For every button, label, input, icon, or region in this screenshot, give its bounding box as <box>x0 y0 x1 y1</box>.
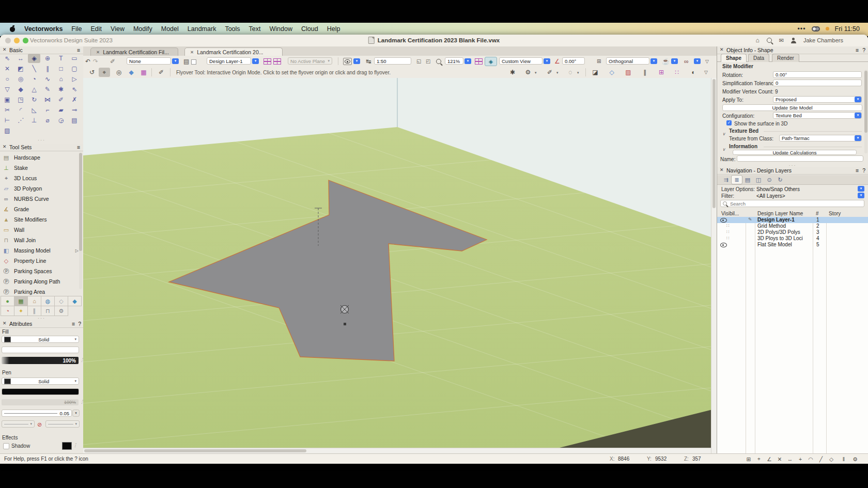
pause-snapping-icon[interactable]: ‖ <box>839 455 848 463</box>
hidden-layer-icon[interactable] <box>726 223 730 228</box>
toolset-item[interactable]: ⓅParking Area <box>2 287 80 296</box>
basic-tool-icon[interactable]: ✱ <box>55 85 67 94</box>
menu-item-edit[interactable]: Edit <box>91 25 102 33</box>
apple-menu-icon[interactable] <box>9 26 16 32</box>
basic-tool-icon[interactable]: ⋰ <box>14 116 27 125</box>
point-array-icon[interactable]: ∷ <box>671 68 683 77</box>
toolset-category-icon[interactable]: ⊓ <box>41 306 55 316</box>
filter-dropdown-button[interactable] <box>858 193 864 198</box>
layer-dropdown-button[interactable] <box>252 58 259 64</box>
toolset-item[interactable]: ∞NURBS Curve <box>2 194 80 203</box>
document-tab-active[interactable]: Landmark Certification 20... <box>184 48 283 56</box>
magic-wand-icon[interactable]: ✱ <box>507 68 518 77</box>
toolset-item[interactable]: ▲Site Modifiers <box>2 215 80 224</box>
column-icon[interactable]: ∥ <box>639 68 650 77</box>
snap-angle-icon[interactable]: ∠ <box>765 455 774 463</box>
paintbrush-icon[interactable]: ✐ <box>544 68 555 77</box>
render-teapot-icon[interactable]: ☕ <box>662 58 670 65</box>
menu-item-window[interactable]: Window <box>270 25 292 33</box>
toolset-item[interactable]: ⓅParking Spaces <box>2 266 80 276</box>
search-input[interactable] <box>729 200 862 207</box>
basic-tool-icon[interactable]: ✐ <box>55 95 67 104</box>
rotation-field[interactable]: 0.00° <box>562 57 585 65</box>
contrast-icon[interactable]: ◐ <box>688 68 699 77</box>
multi-pane-icon[interactable] <box>273 58 281 65</box>
basic-tool-icon[interactable]: ⇖ <box>1 54 13 63</box>
viewbar-overflow-icon[interactable]: ▽ <box>705 59 709 64</box>
perspective-dropdown-button[interactable] <box>694 58 701 64</box>
canvas-horizontal-scrollbar[interactable] <box>83 448 711 453</box>
basic-tool-icon[interactable]: ▣ <box>1 95 13 104</box>
toolset-category-icon[interactable]: ✦ <box>14 306 28 316</box>
shadow-options-icon[interactable] <box>73 443 78 448</box>
basic-tool-icon[interactable]: ↻ <box>28 95 40 104</box>
basic-tool-icon[interactable]: ∿ <box>41 74 54 84</box>
hidden-layer-icon[interactable] <box>726 229 730 234</box>
palette-menu-icon[interactable] <box>77 144 80 150</box>
snap-distance-icon[interactable]: ↔ <box>785 455 795 463</box>
menu-item-help[interactable]: Help <box>327 25 340 33</box>
toolset-category-icon[interactable]: ∥ <box>27 306 41 316</box>
toolset-item[interactable]: ▭Wall <box>2 225 80 234</box>
object-info-scrollbar[interactable] <box>864 70 867 153</box>
visibility-eye-icon[interactable] <box>343 58 352 65</box>
close-tab-icon[interactable] <box>190 50 194 55</box>
toolsets-scrollbar[interactable] <box>79 153 82 289</box>
basic-tool-icon[interactable]: ◔ <box>28 74 40 84</box>
extrude-cube-icon[interactable]: ◪ <box>590 68 601 77</box>
close-palette-icon[interactable] <box>720 47 724 52</box>
pen-color-bar[interactable] <box>2 388 79 395</box>
saved-view-pane-icon[interactable] <box>264 58 271 65</box>
rotation-field[interactable]: 0.00° <box>773 71 862 78</box>
tab-data[interactable]: Data <box>748 54 769 62</box>
toolset-item[interactable]: ⌖3D Locus <box>2 174 80 183</box>
fill-color-bar[interactable] <box>2 347 79 353</box>
apply-to-dropdown-button[interactable] <box>855 97 861 102</box>
basic-tool-icon[interactable]: ○ <box>1 74 13 84</box>
edit-class-icon[interactable]: ✐ <box>110 58 115 65</box>
basic-tool-icon[interactable]: ✎ <box>41 85 54 94</box>
close-palette-icon[interactable] <box>3 144 7 149</box>
layer-dropdown[interactable]: Design Layer-1 <box>207 57 251 65</box>
chevron-down-icon[interactable]: ▾ <box>577 71 579 75</box>
line-weight-dropdown-button[interactable]: ▾ <box>72 410 80 417</box>
palette-menu-icon[interactable] <box>77 47 80 53</box>
basic-tool-icon[interactable]: ⊕ <box>41 54 54 63</box>
name-field[interactable] <box>737 155 863 162</box>
view-dropdown[interactable]: Custom View <box>499 57 542 65</box>
palette-menu-icon[interactable] <box>856 167 859 174</box>
render-dropdown-button[interactable] <box>671 58 678 64</box>
basic-tool-icon[interactable]: ⊸ <box>68 105 81 115</box>
basic-tool-icon[interactable]: ⌂ <box>55 74 67 84</box>
basic-tool-icon[interactable]: ▭ <box>68 54 81 63</box>
snap-object-icon[interactable]: ⌖ <box>754 455 764 463</box>
polygon-select-icon[interactable]: ◌ <box>565 68 576 77</box>
document-tab[interactable]: Landmark Certification Fil... <box>90 48 178 56</box>
menu-item-model[interactable]: Model <box>161 25 179 33</box>
collapse-section-icon[interactable] <box>722 128 725 137</box>
toolset-item[interactable]: ▤Hardscape <box>2 153 80 162</box>
visibility-eye-icon[interactable] <box>720 218 727 223</box>
pen-style-dropdown[interactable]: Solid ▾ <box>2 377 79 385</box>
basic-tool-icon[interactable]: ⇖ <box>68 85 81 94</box>
basic-tool-icon[interactable]: ↔ <box>14 54 27 63</box>
collapse-section-icon[interactable] <box>722 144 725 153</box>
layer-row[interactable]: Grid Method 2 <box>717 223 868 229</box>
flyover-tool-icon[interactable]: ◈ <box>28 54 40 63</box>
toolset-item[interactable]: ◇Property Line <box>2 256 80 265</box>
configuration-dropdown-button[interactable] <box>855 113 861 118</box>
column-number[interactable]: # <box>816 211 819 216</box>
snap-smart-edge-icon[interactable]: ╱ <box>816 455 826 463</box>
search-box[interactable] <box>720 200 864 207</box>
chevron-down-icon[interactable]: ▾ <box>535 71 537 75</box>
basic-tool-icon[interactable]: ▷ <box>68 74 81 84</box>
basic-tool-icon[interactable]: ⊢ <box>1 116 13 125</box>
toolset-category-icon[interactable]: ▦ <box>14 296 28 306</box>
column-visibility[interactable]: Visibil... <box>721 211 739 216</box>
palette-drag-handle[interactable] <box>0 317 83 320</box>
layer-toggle-icon[interactable] <box>191 59 196 65</box>
grid-icon[interactable]: ⊞ <box>656 68 667 77</box>
close-palette-icon[interactable] <box>3 321 7 326</box>
menu-extra-icon[interactable]: ••• <box>797 25 805 33</box>
close-window-button[interactable] <box>5 38 11 43</box>
